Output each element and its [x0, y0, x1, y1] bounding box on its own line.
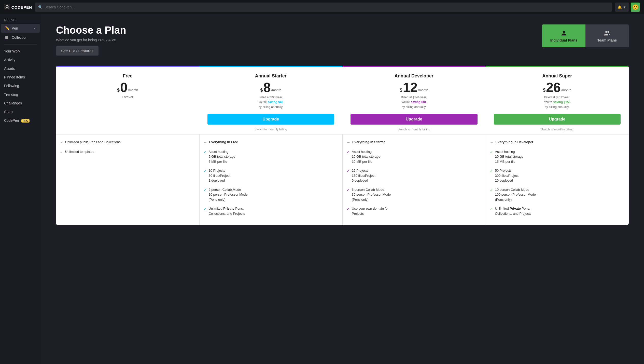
developer-period: /month	[418, 86, 428, 94]
developer-top-bar	[342, 66, 486, 67]
super-dollar: $	[543, 87, 545, 94]
plan-col-free: Free $ 0 /month Forever	[56, 66, 199, 134]
feature-item: ✓ 6 person Collab Mode35 person Professo…	[347, 187, 482, 202]
feature-text: Unlimited public Pens and Collections	[65, 140, 121, 145]
feature-text: 6 person Collab Mode35 person Professor …	[352, 187, 391, 202]
feature-text: 10 Projects50 files/Project1 deployed	[209, 168, 230, 183]
sidebar-item-your-work[interactable]: Your Work	[0, 47, 41, 55]
topbar-right: 🔔 ▼ 😊	[615, 3, 640, 12]
feature-text: 50 Projects300 files/Project20 deployed	[495, 168, 519, 183]
svg-point-3	[607, 31, 609, 33]
search-input[interactable]	[45, 5, 609, 9]
pricing-features: ✓ Unlimited public Pens and Collections …	[56, 134, 629, 225]
feature-item: ✓ 50 Projects300 files/Project20 deploye…	[490, 168, 625, 183]
starter-sub: Billed at $96/year. You're saving $48 by…	[203, 95, 339, 110]
free-features: ✓ Unlimited public Pens and Collections …	[56, 134, 199, 225]
feature-text: Everything in Free	[209, 140, 238, 145]
see-pro-features-button[interactable]: See PRO Features	[56, 46, 99, 56]
feature-text: Use your own domain forProjects	[352, 206, 389, 216]
feature-item: ✓ Asset hosting10 GB total storage10 MB …	[347, 149, 482, 164]
check-icon: ✓	[347, 187, 350, 193]
arrow-icon: ←	[490, 140, 494, 145]
collection-icon: ▦	[5, 35, 10, 40]
super-upgrade-button[interactable]: Upgrade	[494, 114, 621, 125]
starter-switch-billing[interactable]: Switch to monthly billing	[203, 127, 339, 134]
developer-features: ← Everything in Starter ✓ Asset hosting1…	[342, 134, 486, 225]
sidebar-item-activity[interactable]: Activity	[0, 56, 41, 64]
super-saving: saving $156	[553, 100, 570, 104]
starter-upgrade-button[interactable]: Upgrade	[207, 114, 334, 125]
sidebar-item-codepen[interactable]: CodePen PRO	[0, 116, 41, 125]
feature-text: 2 person Collab Mode10 person Professor …	[209, 187, 248, 202]
sidebar-item-pen[interactable]: ✏️ Pen ▼	[1, 24, 40, 33]
check-icon: ✓	[490, 168, 493, 174]
notifications-button[interactable]: 🔔 ▼	[615, 3, 629, 12]
free-amount: 0	[120, 81, 128, 94]
avatar[interactable]: 😊	[631, 3, 640, 12]
super-features: ← Everything in Developer ✓ Asset hostin…	[486, 134, 629, 225]
feature-item: ✓ Unlimited Private Pens,Collections, an…	[204, 206, 339, 216]
developer-upgrade-button[interactable]: Upgrade	[351, 114, 478, 125]
free-price-row: $ 0 /month	[60, 81, 195, 94]
collection-label: Collection	[12, 35, 27, 39]
check-icon: ✓	[60, 140, 63, 145]
free-forever: Forever	[60, 95, 195, 99]
sidebar-divider	[4, 44, 37, 45]
search-bar[interactable]: 🔍	[35, 3, 612, 12]
developer-switch-billing[interactable]: Switch to monthly billing	[346, 127, 482, 134]
check-icon: ✓	[490, 206, 493, 212]
layout: CREATE ✏️ Pen ▼ ▦ Collection Your Work A…	[0, 14, 644, 364]
starter-dollar: $	[260, 87, 263, 94]
free-top-bar	[56, 66, 199, 67]
starter-features: ← Everything in Free ✓ Asset hosting2 GB…	[199, 134, 343, 225]
free-dollar: $	[117, 87, 120, 94]
sidebar-item-following[interactable]: Following	[0, 82, 41, 90]
developer-plan-name: Annual Developer	[346, 73, 482, 79]
page-header-left: Choose a Plan What do you get for being …	[56, 24, 126, 56]
feature-item: ← Everything in Starter	[347, 140, 482, 145]
tab-team-plans[interactable]: Team Plans	[585, 24, 629, 47]
developer-amount: 12	[403, 81, 417, 94]
feature-text: Asset hosting20 GB total storage15 MB pe…	[495, 149, 524, 164]
sidebar-item-spark[interactable]: Spark	[0, 108, 41, 116]
plan-tabs: Individual Plans Team Plans	[542, 24, 629, 47]
free-period: /month	[128, 86, 138, 94]
developer-price-row: $ 12 /month	[346, 81, 482, 94]
sidebar-item-challenges[interactable]: Challenges	[0, 99, 41, 107]
arrow-icon: ←	[204, 140, 207, 145]
sidebar-item-trending[interactable]: Trending	[0, 90, 41, 99]
super-plan-name: Annual Super	[490, 73, 625, 79]
feature-item: ✓ 2 person Collab Mode10 person Professo…	[204, 187, 339, 202]
check-icon: ✓	[347, 206, 350, 212]
main-content: Choose a Plan What do you get for being …	[41, 14, 644, 364]
feature-item: ✓ Unlimited public Pens and Collections	[60, 140, 195, 145]
plan-col-developer: Annual Developer $ 12 /month Billed at $…	[342, 66, 486, 134]
plan-col-super: Annual Super $ 26 /month Billed at $312/…	[486, 66, 629, 134]
check-icon: ✓	[204, 150, 207, 155]
logo-text: CODEPEN	[11, 5, 32, 9]
feature-item: ✓ Use your own domain forProjects	[347, 206, 482, 216]
sidebar-create-label: CREATE	[0, 18, 41, 23]
super-amount: 26	[546, 81, 561, 94]
arrow-icon: ←	[347, 140, 350, 145]
feature-text: Asset hosting2 GB total storage5 MB per …	[209, 149, 235, 164]
sidebar: CREATE ✏️ Pen ▼ ▦ Collection Your Work A…	[0, 14, 41, 364]
page-title: Choose a Plan	[56, 24, 126, 36]
feature-text: Unlimited Private Pens,Collections, and …	[209, 206, 245, 216]
feature-text: Unlimited templates	[65, 149, 94, 154]
super-switch-billing[interactable]: Switch to monthly billing	[490, 127, 625, 134]
sidebar-item-pinned-items[interactable]: Pinned Items	[0, 73, 41, 81]
sidebar-item-assets[interactable]: Assets	[0, 64, 41, 73]
codepen-logo-icon	[4, 3, 10, 11]
search-icon: 🔍	[38, 5, 43, 9]
check-icon: ✓	[204, 168, 207, 174]
feature-text: Everything in Starter	[352, 140, 385, 145]
feature-text: Everything in Developer	[496, 140, 534, 145]
super-price-row: $ 26 /month	[490, 81, 625, 94]
pen-chevron: ▼	[33, 27, 36, 30]
tab-individual-plans[interactable]: Individual Plans	[542, 24, 585, 47]
feature-item: ← Everything in Free	[204, 140, 339, 145]
check-icon: ✓	[347, 168, 350, 174]
starter-saving: saving $48	[268, 100, 283, 104]
sidebar-item-collection[interactable]: ▦ Collection	[1, 33, 40, 42]
